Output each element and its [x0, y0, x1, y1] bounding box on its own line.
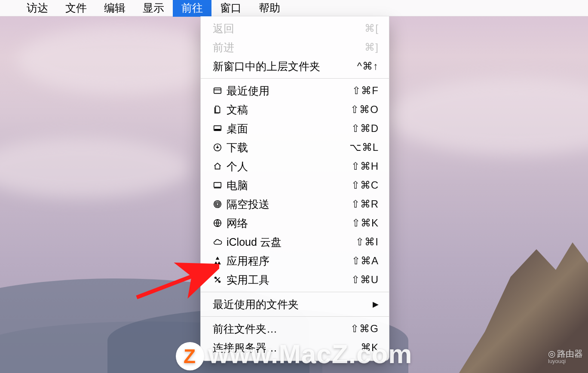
utilities-icon: [211, 275, 224, 284]
network-icon: [211, 218, 224, 228]
menu-shortcut: ⇧⌘H: [351, 160, 379, 172]
menu-label: 文稿: [224, 103, 350, 117]
menu-label: 返回: [211, 21, 364, 36]
menu-shortcut: ⌘]: [364, 41, 379, 53]
menu-item-downloads[interactable]: 下载 ⌥⌘L: [201, 138, 389, 157]
menu-item-enclosing-folder-new-window[interactable]: 新窗口中的上层文件夹 ^⌘↑: [201, 57, 389, 76]
menu-item-go-to-folder[interactable]: 前往文件夹… ⇧⌘G: [201, 319, 389, 338]
icloud-icon: [211, 238, 224, 246]
menu-shortcut: ⇧⌘O: [350, 104, 379, 116]
go-menu-dropdown: 返回 ⌘[ 前进 ⌘] 新窗口中的上层文件夹 ^⌘↑ 最近使用 ⇧⌘F 文稿 ⇧…: [200, 16, 389, 361]
menubar-item-finder[interactable]: 访达: [18, 0, 57, 17]
menu-label: 最近使用的文件夹: [211, 297, 373, 312]
menu-label: 电脑: [224, 178, 351, 193]
svg-rect-5: [214, 183, 221, 187]
menu-item-icloud-drive[interactable]: iCloud 云盘 ⇧⌘I: [201, 232, 389, 251]
menu-shortcut: ⌥⌘L: [349, 141, 379, 153]
menu-shortcut: ⇧⌘C: [351, 179, 379, 191]
menu-label: 桌面: [224, 122, 351, 136]
router-sub: luyouqi: [548, 358, 583, 364]
menu-label: 新窗口中的上层文件夹: [211, 59, 357, 73]
menu-shortcut: ⇧⌘R: [351, 198, 379, 210]
menubar-item-view[interactable]: 显示: [134, 0, 173, 17]
menu-item-computer[interactable]: 电脑 ⇧⌘C: [201, 176, 389, 195]
menu-label: 网络: [224, 216, 352, 230]
menubar-item-window[interactable]: 窗口: [211, 0, 250, 17]
svg-point-7: [216, 203, 219, 205]
menu-shortcut: ⌘[: [364, 22, 379, 34]
router-icon: ◎: [548, 349, 555, 358]
menu-label: 个人: [224, 159, 351, 174]
menu-item-utilities[interactable]: 实用工具 ⇧⌘U: [201, 270, 389, 289]
menubar-item-file[interactable]: 文件: [57, 0, 95, 17]
menu-item-documents[interactable]: 文稿 ⇧⌘O: [201, 100, 389, 119]
desktop-icon: [211, 124, 224, 133]
menu-item-network[interactable]: 网络 ⇧⌘K: [201, 214, 389, 232]
submenu-arrow-icon: ▶: [373, 300, 379, 309]
menu-separator: [201, 292, 389, 292]
menu-separator: [201, 316, 389, 317]
menu-label: 前往文件夹…: [211, 322, 350, 336]
menu-shortcut: ^⌘↑: [357, 60, 379, 72]
menu-separator: [201, 78, 389, 79]
menu-label: 前进: [211, 40, 364, 55]
menu-label: 实用工具: [224, 273, 351, 287]
airdrop-icon: [211, 199, 224, 209]
background-cloud: [17, 26, 224, 95]
menu-label: 隔空投送: [224, 197, 351, 211]
menu-shortcut: ⌘K: [361, 342, 379, 354]
svg-point-8: [215, 202, 220, 207]
menu-item-recent-folders[interactable]: 最近使用的文件夹 ▶: [201, 295, 389, 314]
menu-shortcut: ⇧⌘U: [351, 274, 379, 286]
menu-item-home[interactable]: 个人 ⇧⌘H: [201, 157, 389, 176]
menu-shortcut: ⇧⌘D: [351, 122, 379, 135]
background-cloud: [0, 138, 189, 198]
menu-item-forward: 前进 ⌘]: [201, 38, 389, 57]
menubar-item-help[interactable]: 帮助: [250, 0, 289, 17]
router-badge: ◎路由器 luyouqi: [548, 349, 583, 364]
home-icon: [211, 162, 224, 171]
computer-icon: [211, 180, 224, 190]
menu-shortcut: ⇧⌘K: [352, 217, 379, 229]
menubar-item-go[interactable]: 前往: [173, 0, 211, 17]
menu-item-connect-server[interactable]: 连接服务器… ⌘K: [201, 338, 389, 357]
downloads-icon: [211, 143, 224, 152]
documents-icon: [211, 105, 224, 114]
menu-item-back: 返回 ⌘[: [201, 19, 389, 38]
menu-label: 最近使用: [224, 84, 352, 98]
recents-icon: [211, 86, 224, 95]
applications-icon: [211, 256, 224, 266]
svg-rect-0: [214, 88, 221, 94]
menu-shortcut: ⇧⌘F: [352, 85, 379, 97]
menu-label: 应用程序: [224, 254, 352, 268]
menu-item-applications[interactable]: 应用程序 ⇧⌘A: [201, 251, 389, 270]
menu-label: 连接服务器…: [211, 341, 361, 355]
menu-label: iCloud 云盘: [224, 235, 355, 249]
menu-shortcut: ⇧⌘I: [355, 236, 379, 248]
router-label: 路由器: [557, 349, 583, 358]
menubar-item-edit[interactable]: 编辑: [95, 0, 134, 17]
menu-item-recents[interactable]: 最近使用 ⇧⌘F: [201, 81, 389, 100]
menu-bar: 访达 文件 编辑 显示 前往 窗口 帮助: [0, 0, 588, 16]
menu-item-desktop[interactable]: 桌面 ⇧⌘D: [201, 119, 389, 138]
menu-label: 下载: [224, 141, 349, 155]
background-cloud: [387, 77, 588, 155]
menu-item-airdrop[interactable]: 隔空投送 ⇧⌘R: [201, 195, 389, 214]
menu-shortcut: ⇧⌘A: [352, 255, 379, 267]
svg-rect-3: [215, 129, 220, 131]
menu-shortcut: ⇧⌘G: [350, 323, 379, 335]
